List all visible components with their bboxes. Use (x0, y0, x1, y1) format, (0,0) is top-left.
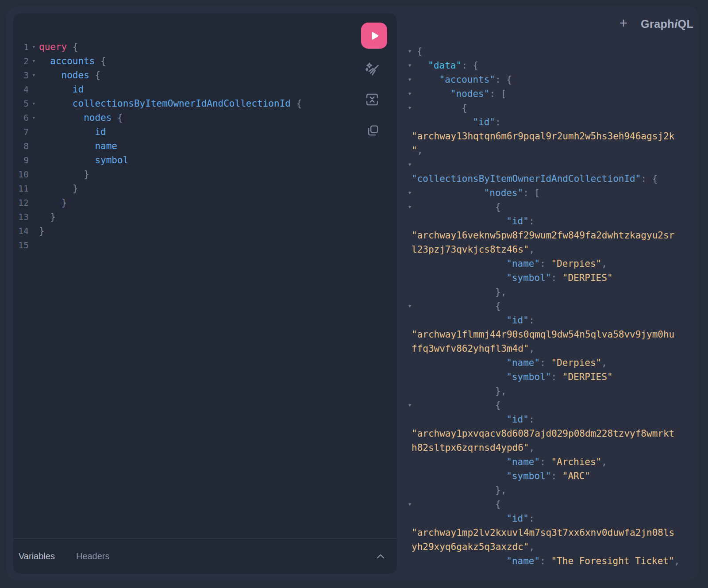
editor-tools-bar: Variables Headers (13, 538, 397, 574)
code-text: accounts { (39, 54, 106, 68)
collapse-arrow-icon[interactable]: ▼ (408, 44, 415, 58)
fold-arrow-icon[interactable]: ▾ (29, 111, 39, 125)
response-row: "id": (397, 313, 699, 327)
editor-line[interactable]: 11 } (13, 181, 358, 196)
collapse-arrow-icon[interactable]: ▼ (408, 101, 415, 115)
fold-spacer (29, 167, 39, 181)
collapse-arrow-icon[interactable]: ▼ (408, 497, 415, 511)
collapse-arrow-icon[interactable]: ▼ (408, 158, 415, 172)
collapse-arrow-icon[interactable]: ▼ (408, 87, 415, 101)
json-text: "archway13hqtqn6m6r9pqal9r2umh2w5hs3eh94… (412, 131, 674, 142)
json-text: ffq3wvfv862yhqfl3m4d", (412, 343, 535, 354)
fold-arrow-icon[interactable]: ▾ (29, 40, 39, 54)
response-row: ▼ { (397, 299, 699, 313)
json-text: yh29xyq6gakz5q3axzdc", (412, 542, 535, 552)
add-tab-button[interactable]: + (616, 16, 631, 31)
json-text: { (417, 103, 467, 113)
response-row: "name": "The Foresight Ticket", (397, 554, 699, 568)
fold-arrow-icon[interactable]: ▾ (29, 96, 39, 111)
editor-line[interactable]: 8 name (13, 139, 358, 153)
code-text: } (39, 196, 67, 210)
execute-query-button[interactable] (361, 23, 387, 49)
collapse-arrow-icon[interactable]: ▼ (408, 299, 415, 313)
collapse-arrow-icon[interactable]: ▼ (408, 73, 415, 87)
editor-line[interactable]: 6▾ nodes { (13, 111, 358, 125)
prettify-query-button[interactable] (364, 61, 381, 78)
response-row: l23pzj73qvkjcs8tz46s", (397, 242, 699, 257)
response-viewer: ▼{▼ "data": {▼ "accounts": {▼ "nodes": [… (397, 44, 699, 580)
response-row: "name": "Derpies", (397, 257, 699, 271)
line-number: 2 (13, 54, 29, 68)
response-row: "symbol": "ARC" (397, 469, 699, 483)
line-number: 6 (13, 111, 29, 125)
line-number: 1 (13, 40, 29, 54)
editor-line[interactable]: 3▾ nodes { (13, 68, 358, 82)
json-text: "id": (417, 216, 535, 227)
json-text (417, 159, 473, 170)
code-text: nodes { (39, 68, 100, 82)
json-text: "nodes": [ (417, 188, 540, 198)
editor-line[interactable]: 2▾ accounts { (13, 54, 358, 68)
line-number: 9 (13, 153, 29, 167)
query-editor-surface[interactable]: 1▾query {2▾ accounts {3▾ nodes {4 id5▾ c… (13, 40, 358, 252)
json-text: { (417, 202, 501, 212)
collapse-arrow-icon[interactable]: ▼ (408, 200, 415, 214)
code-text: id (39, 125, 106, 139)
copy-query-button[interactable] (366, 123, 380, 138)
json-text: "id": (417, 513, 535, 524)
tab-headers[interactable]: Headers (76, 551, 110, 561)
fold-spacer (29, 125, 39, 139)
editor-line[interactable]: 14} (13, 224, 358, 238)
fold-spacer (29, 153, 39, 167)
line-number: 15 (13, 238, 29, 252)
fold-spacer (29, 196, 39, 210)
collapse-arrow-icon[interactable]: ▼ (408, 398, 415, 412)
fold-arrow-icon[interactable]: ▾ (29, 54, 39, 68)
code-text: query { (39, 40, 78, 54)
editor-line[interactable]: 7 id (13, 125, 358, 139)
editor-line[interactable]: 15 (13, 238, 358, 252)
json-text: "id": (417, 315, 535, 326)
response-row: "collectionsByItemOwnerIdAndCollectionId… (397, 172, 699, 186)
query-editor-panel: 1▾query {2▾ accounts {3▾ nodes {4 id5▾ c… (13, 13, 397, 574)
chevron-up-icon[interactable] (376, 553, 385, 559)
json-text: "id": (417, 414, 535, 425)
json-text: "archway1pxvqacv8d6087ajd029p08dm228tzvy… (412, 428, 674, 439)
code-text: } (39, 210, 56, 224)
fold-spacer (29, 181, 39, 196)
collapse-arrow-icon[interactable]: ▼ (408, 58, 415, 73)
response-row: ", (397, 143, 699, 158)
response-row: ▼{ (397, 44, 699, 58)
tab-variables[interactable]: Variables (19, 551, 55, 561)
code-text: } (39, 181, 78, 196)
response-row: "name": "Derpies", (397, 356, 699, 370)
json-text: "name": "Archies", (417, 457, 607, 467)
editor-line[interactable]: 13 } (13, 210, 358, 224)
fold-arrow-icon[interactable]: ▾ (29, 68, 39, 82)
line-number: 7 (13, 125, 29, 139)
editor-line[interactable]: 4 id (13, 82, 358, 96)
response-row: ▼ { (397, 497, 699, 511)
response-row: ffq3wvfv862yhqfl3m4d", (397, 342, 699, 356)
json-text: "symbol": "ARC" (417, 471, 590, 481)
code-text: collectionsByItemOwnerIdAndCollectionId … (39, 96, 302, 111)
collapse-arrow-icon[interactable]: ▼ (408, 186, 415, 200)
code-text: nodes { (39, 111, 123, 125)
response-row: "id": (397, 214, 699, 228)
response-row: "archway16veknw5pw8f29wum2fw849fa2dwhtzk… (397, 228, 699, 242)
line-number: 5 (13, 96, 29, 111)
editor-line[interactable]: 1▾query { (13, 40, 358, 54)
editor-line[interactable]: 9 symbol (13, 153, 358, 167)
merge-fragments-button[interactable] (364, 92, 380, 108)
line-number: 12 (13, 196, 29, 210)
response-row: "archway1mp2lv2kxuvl4m7sq3t7xx6xnv0duwfa… (397, 526, 699, 540)
editor-line[interactable]: 10 } (13, 167, 358, 181)
editor-line[interactable]: 5▾ collectionsByItemOwnerIdAndCollection… (13, 96, 358, 111)
editor-line[interactable]: 12 } (13, 196, 358, 210)
json-text: "data": { (417, 60, 478, 71)
response-row: }, (397, 384, 699, 398)
json-text: h82sltpx6zqrnsd4ypd6", (412, 442, 535, 453)
code-text: name (39, 139, 117, 153)
response-row: ▼ (397, 158, 699, 172)
plus-icon: + (620, 15, 627, 31)
